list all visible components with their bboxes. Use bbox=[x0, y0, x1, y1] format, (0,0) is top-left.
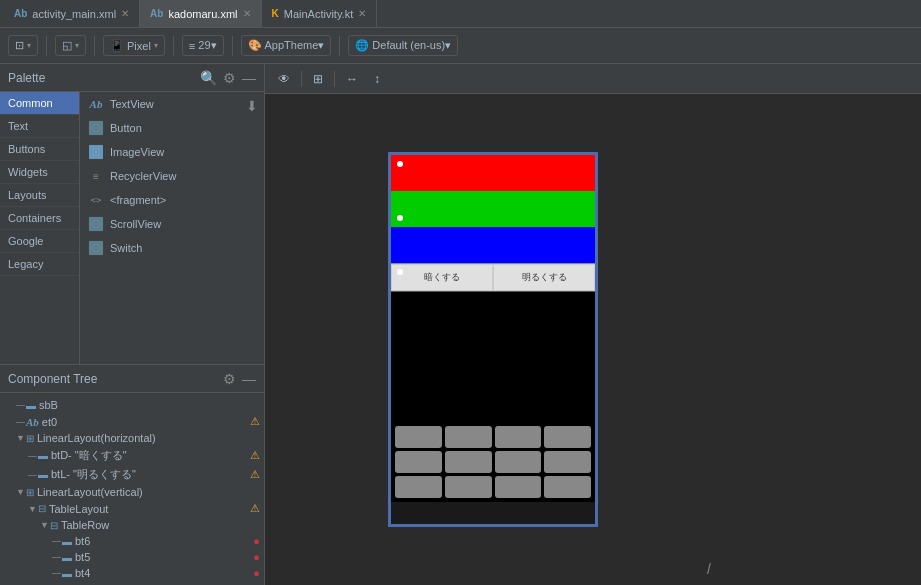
orientation-dropdown[interactable]: ◱ ▾ bbox=[55, 35, 86, 56]
palette-items-list: ⬇ Ab TextView Button ImageView ≡ bbox=[80, 92, 264, 364]
grid-btn-8[interactable] bbox=[544, 451, 591, 473]
palette-section: Palette 🔍 ⚙ — Common Text Buttons Widget… bbox=[0, 64, 264, 364]
palette-item-imageview[interactable]: ImageView bbox=[80, 140, 264, 164]
arrows-h-btn[interactable]: ↔ bbox=[341, 70, 363, 88]
ll-h-icon: ⊞ bbox=[26, 433, 34, 444]
grid-btn-7[interactable] bbox=[495, 451, 542, 473]
component-tree-minimize-icon[interactable]: — bbox=[242, 371, 256, 387]
tab-main-activity[interactable]: K MainActivity.kt ✕ bbox=[262, 0, 378, 27]
tree-item-linearlayout-v[interactable]: ▼ ⊞ LinearLayout(vertical) bbox=[0, 484, 264, 500]
tree-item-btD[interactable]: — ▬ btD- "暗くする" ⚠ bbox=[0, 446, 264, 465]
tab-close-activity-main[interactable]: ✕ bbox=[121, 8, 129, 19]
tree-item-tablerow[interactable]: ▼ ⊟ TableRow bbox=[0, 517, 264, 533]
palette-item-switch[interactable]: Switch bbox=[80, 236, 264, 260]
tree-item-linearlayout-h[interactable]: ▼ ⊞ LinearLayout(horizontal) bbox=[0, 430, 264, 446]
component-tree-body: — ▬ sbB — Ab et0 ⚠ ▼ ⊞ LinearLayout(hori… bbox=[0, 393, 264, 585]
layout-btn[interactable]: ⊞ bbox=[308, 70, 328, 88]
palette-cat-google[interactable]: Google bbox=[0, 230, 79, 253]
tree-item-tablelayout[interactable]: ▼ ⊟ TableLayout ⚠ bbox=[0, 500, 264, 517]
grid-btn-11[interactable] bbox=[495, 476, 542, 498]
tab-close-kadomaru[interactable]: ✕ bbox=[243, 8, 251, 19]
palette-body: Common Text Buttons Widgets Layouts Cont… bbox=[0, 92, 264, 364]
tree-label-ll-h: LinearLayout(horizontal) bbox=[37, 432, 156, 444]
palette-item-scrollview[interactable]: ScrollView bbox=[80, 212, 264, 236]
palette-cat-buttons[interactable]: Buttons bbox=[0, 138, 79, 161]
eye-icon: 👁 bbox=[278, 72, 290, 86]
apptheme-dropdown[interactable]: 🎨 AppTheme▾ bbox=[241, 35, 332, 56]
component-tree-title: Component Tree bbox=[8, 372, 223, 386]
component-tree-section: Component Tree ⚙ — — ▬ sbB — Ab et0 bbox=[0, 365, 264, 585]
palette-item-fragment[interactable]: <> <fragment> bbox=[80, 188, 264, 212]
locale-icon: 🌐 bbox=[355, 39, 369, 52]
palette-cat-containers[interactable]: Containers bbox=[0, 207, 79, 230]
tree-item-bt4[interactable]: — ▬ bt4 ● bbox=[0, 565, 264, 581]
tree-label-tr: TableRow bbox=[61, 519, 109, 531]
palette-download-icon[interactable]: ⬇ bbox=[246, 98, 258, 114]
eye-btn[interactable]: 👁 bbox=[273, 70, 295, 88]
dot-3 bbox=[397, 269, 403, 275]
tab-activity-main[interactable]: Ab activity_main.xml ✕ bbox=[4, 0, 140, 27]
palette-settings-icon[interactable]: ⚙ bbox=[223, 70, 236, 86]
palette-cat-common[interactable]: Common bbox=[0, 92, 79, 115]
palette-cat-layouts[interactable]: Layouts bbox=[0, 184, 79, 207]
palette-search-icon[interactable]: 🔍 bbox=[200, 70, 217, 86]
tree-item-et0[interactable]: — Ab et0 ⚠ bbox=[0, 413, 264, 430]
tab-kadomaru[interactable]: Ab kadomaru.xml ✕ bbox=[140, 0, 261, 27]
design-canvas: 暗くする 明るくする bbox=[265, 94, 921, 585]
imageview-icon bbox=[88, 144, 104, 160]
ll-v-icon: ⊞ bbox=[26, 487, 34, 498]
grid-btn-4[interactable] bbox=[544, 426, 591, 448]
tree-arrow-btD: — bbox=[28, 451, 38, 461]
main-layout: Palette 🔍 ⚙ — Common Text Buttons Widget… bbox=[0, 64, 921, 585]
palette-item-textview[interactable]: Ab TextView bbox=[80, 92, 264, 116]
design-mode-dropdown[interactable]: ⊡ ▾ bbox=[8, 35, 38, 56]
phone-btn-dark[interactable]: 暗くする bbox=[391, 264, 493, 291]
tab-label-activity-main: activity_main.xml bbox=[32, 8, 116, 20]
palette-item-button-label: Button bbox=[110, 122, 142, 134]
palette-cat-text[interactable]: Text bbox=[0, 115, 79, 138]
tree-item-btL[interactable]: — ▬ btL- "明るくする" ⚠ bbox=[0, 465, 264, 484]
arrows-v-btn[interactable]: ↕ bbox=[369, 70, 385, 88]
toolbar-sep-5 bbox=[339, 36, 340, 56]
palette-item-button[interactable]: Button bbox=[80, 116, 264, 140]
locale-dropdown[interactable]: 🌐 Default (en-us)▾ bbox=[348, 35, 458, 56]
api-dropdown[interactable]: ≡ 29▾ bbox=[182, 35, 224, 56]
locale-label: Default (en-us)▾ bbox=[372, 39, 451, 52]
grid-btn-6[interactable] bbox=[445, 451, 492, 473]
tree-item-sbB[interactable]: — ▬ sbB bbox=[0, 397, 264, 413]
palette-item-switch-label: Switch bbox=[110, 242, 142, 254]
phone-bars bbox=[391, 155, 595, 263]
palette-minimize-icon[interactable]: — bbox=[242, 70, 256, 86]
palette-item-textview-label: TextView bbox=[110, 98, 154, 110]
palette-categories: Common Text Buttons Widgets Layouts Cont… bbox=[0, 92, 80, 364]
tree-warning-btL: ⚠ bbox=[250, 468, 260, 481]
tree-item-bt5[interactable]: — ▬ bt5 ● bbox=[0, 549, 264, 565]
grid-btn-9[interactable] bbox=[395, 476, 442, 498]
design-toolbar: 👁 ⊞ ↔ ↕ bbox=[265, 64, 921, 94]
grid-btn-10[interactable] bbox=[445, 476, 492, 498]
palette-cat-legacy[interactable]: Legacy bbox=[0, 253, 79, 276]
palette-item-fragment-label: <fragment> bbox=[110, 194, 166, 206]
tree-item-bt[interactable]: — ▬ bt ● bbox=[0, 581, 264, 585]
apptheme-icon: 🎨 bbox=[248, 39, 262, 52]
tree-arrow-bt6: — bbox=[52, 536, 62, 546]
tree-item-bt6[interactable]: — ▬ bt6 ● bbox=[0, 533, 264, 549]
grid-btn-2[interactable] bbox=[445, 426, 492, 448]
recyclerview-icon: ≡ bbox=[88, 168, 104, 184]
arrows-v-icon: ↕ bbox=[374, 72, 380, 86]
grid-btn-3[interactable] bbox=[495, 426, 542, 448]
et0-icon: Ab bbox=[26, 416, 39, 428]
grid-btn-1[interactable] bbox=[395, 426, 442, 448]
tree-warning-et0: ⚠ bbox=[250, 415, 260, 428]
component-tree-settings-icon[interactable]: ⚙ bbox=[223, 371, 236, 387]
palette-item-recyclerview[interactable]: ≡ RecyclerView bbox=[80, 164, 264, 188]
toolbar-sep-1 bbox=[46, 36, 47, 56]
grid-btn-5[interactable] bbox=[395, 451, 442, 473]
grid-btn-12[interactable] bbox=[544, 476, 591, 498]
device-dropdown[interactable]: 📱 Pixel ▾ bbox=[103, 35, 165, 56]
tab-close-main-activity[interactable]: ✕ bbox=[358, 8, 366, 19]
textview-icon: Ab bbox=[88, 96, 104, 112]
palette-cat-widgets[interactable]: Widgets bbox=[0, 161, 79, 184]
phone-btn-light[interactable]: 明るくする bbox=[493, 264, 595, 291]
phone-red-bar bbox=[391, 155, 595, 191]
